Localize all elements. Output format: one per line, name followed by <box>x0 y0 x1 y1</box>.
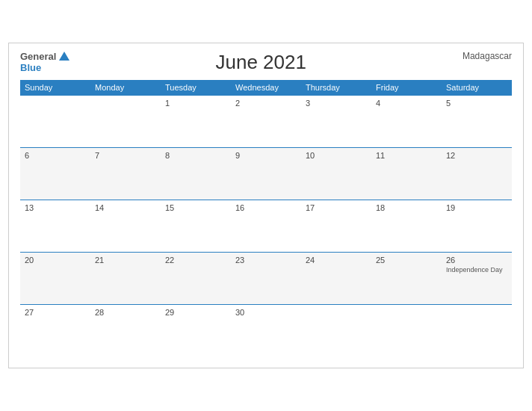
day-number: 24 <box>306 256 367 265</box>
day-number: 13 <box>25 203 86 212</box>
week-row-3: 13141516171819 <box>20 200 512 252</box>
day-number: 22 <box>165 256 226 265</box>
day-cell: 2 <box>231 95 301 147</box>
day-cell <box>301 304 371 356</box>
day-number: 4 <box>376 99 437 108</box>
calendar-container: General Blue June 2021 Madagascar Sunday… <box>8 43 524 369</box>
day-cell: 3 <box>301 95 371 147</box>
col-wednesday: Wednesday <box>231 80 301 96</box>
logo-triangle-icon <box>59 52 69 61</box>
day-number: 30 <box>235 308 297 317</box>
day-cell: 10 <box>301 147 371 200</box>
calendar-country: Madagascar <box>452 51 512 61</box>
day-number: 6 <box>25 151 86 160</box>
holiday-label: Independence Day <box>446 266 507 274</box>
week-row-5: 27282930 <box>20 304 512 356</box>
day-cell: 30 <box>231 304 301 356</box>
calendar-title: June 2021 <box>69 51 452 74</box>
day-number: 9 <box>235 151 297 160</box>
col-monday: Monday <box>90 80 161 96</box>
day-number: 21 <box>95 256 156 265</box>
day-number: 14 <box>95 203 156 212</box>
day-cell <box>20 95 90 147</box>
logo: General Blue <box>20 51 69 74</box>
day-cell: 22 <box>161 252 231 304</box>
logo-blue-text: Blue <box>20 62 69 74</box>
col-friday: Friday <box>371 80 442 96</box>
day-cell: 6 <box>20 147 90 200</box>
day-cell: 19 <box>442 200 512 252</box>
day-number: 1 <box>165 99 226 108</box>
day-cell: 16 <box>231 200 301 252</box>
day-cell <box>442 304 512 356</box>
day-cell: 1 <box>161 95 231 147</box>
day-cell: 28 <box>90 304 161 356</box>
day-number: 17 <box>306 203 367 212</box>
day-number: 16 <box>235 203 297 212</box>
col-tuesday: Tuesday <box>161 80 231 96</box>
day-number: 29 <box>165 308 226 317</box>
col-thursday: Thursday <box>301 80 371 96</box>
day-cell: 24 <box>301 252 371 304</box>
day-number: 18 <box>376 203 437 212</box>
day-number: 8 <box>165 151 226 160</box>
day-number: 15 <box>165 203 226 212</box>
day-cell: 25 <box>371 252 442 304</box>
col-sunday: Sunday <box>20 80 90 96</box>
day-cell: 4 <box>371 95 442 147</box>
day-cell: 13 <box>20 200 90 252</box>
weekday-header-row: Sunday Monday Tuesday Wednesday Thursday… <box>20 80 512 96</box>
day-number: 2 <box>235 99 297 108</box>
day-cell: 23 <box>231 252 301 304</box>
day-number: 25 <box>376 256 437 265</box>
day-number: 19 <box>446 203 507 212</box>
day-number: 23 <box>235 256 297 265</box>
day-cell: 14 <box>90 200 161 252</box>
day-number: 11 <box>376 151 437 160</box>
day-cell: 17 <box>301 200 371 252</box>
day-cell: 11 <box>371 147 442 200</box>
day-number: 27 <box>25 308 86 317</box>
day-number: 7 <box>95 151 156 160</box>
week-row-2: 6789101112 <box>20 147 512 200</box>
calendar-header: General Blue June 2021 Madagascar <box>20 51 512 74</box>
day-cell: 12 <box>442 147 512 200</box>
day-cell: 15 <box>161 200 231 252</box>
day-cell: 18 <box>371 200 442 252</box>
day-number: 28 <box>95 308 156 317</box>
day-cell: 21 <box>90 252 161 304</box>
day-cell: 27 <box>20 304 90 356</box>
week-row-4: 20212223242526Independence Day <box>20 252 512 304</box>
day-number: 10 <box>306 151 367 160</box>
day-number: 3 <box>306 99 367 108</box>
week-row-1: 12345 <box>20 95 512 147</box>
day-cell <box>371 304 442 356</box>
day-cell: 20 <box>20 252 90 304</box>
day-cell: 5 <box>442 95 512 147</box>
calendar-grid: Sunday Monday Tuesday Wednesday Thursday… <box>20 80 512 357</box>
day-number: 20 <box>25 256 86 265</box>
day-cell: 9 <box>231 147 301 200</box>
logo-general-text: General <box>20 51 56 63</box>
day-number: 5 <box>446 99 507 108</box>
day-cell <box>90 95 161 147</box>
day-cell: 7 <box>90 147 161 200</box>
day-cell: 29 <box>161 304 231 356</box>
day-cell: 26Independence Day <box>442 252 512 304</box>
col-saturday: Saturday <box>442 80 512 96</box>
day-number: 26 <box>446 256 507 265</box>
day-cell: 8 <box>161 147 231 200</box>
day-number: 12 <box>446 151 507 160</box>
